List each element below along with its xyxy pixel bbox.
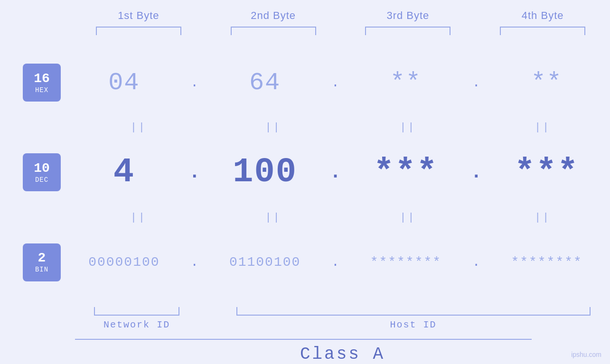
top-bracket-1 bbox=[96, 27, 181, 35]
dec-dot-3: . bbox=[469, 162, 483, 183]
byte4-header: 4th Byte bbox=[475, 9, 610, 22]
class-row: Class A bbox=[0, 339, 610, 364]
bin-row: 2 BIN 00000100 . 01100100 . ******** . *… bbox=[0, 224, 610, 300]
bin-b2-cell: 01100100 bbox=[202, 255, 328, 270]
hex-values-grid: 04 . 64 . ** . ** bbox=[61, 69, 610, 97]
byte2-header: 2nd Byte bbox=[206, 9, 341, 22]
bracket-cell-3 bbox=[341, 27, 476, 35]
dec-dot-1: . bbox=[188, 162, 202, 183]
host-id-area: Host ID bbox=[216, 307, 610, 330]
bin-badge: 2 BIN bbox=[23, 243, 61, 281]
dec-b3-cell: *** bbox=[343, 153, 469, 192]
hex-b2-value: 64 bbox=[249, 69, 281, 97]
dec-b2-value: 100 bbox=[233, 153, 297, 192]
dec-badge-name: DEC bbox=[35, 176, 48, 184]
hex-b1-value: 04 bbox=[108, 69, 140, 97]
bin-dot-2: . bbox=[328, 255, 343, 270]
host-id-label: Host ID bbox=[390, 319, 437, 330]
dec-dot-2: . bbox=[328, 162, 343, 183]
hex-badge: 16 HEX bbox=[23, 64, 61, 102]
bin-badge-num: 2 bbox=[38, 251, 46, 266]
eq2-b4: || bbox=[475, 212, 610, 224]
dec-values-grid: 4 . 100 . *** . *** bbox=[61, 153, 610, 192]
bin-b2-value: 01100100 bbox=[229, 255, 300, 270]
dec-b4-value: *** bbox=[515, 153, 579, 192]
top-bracket-3 bbox=[365, 27, 450, 35]
hex-b3-value: ** bbox=[390, 69, 422, 97]
hex-b4-value: ** bbox=[531, 69, 562, 97]
dec-b2-cell: 100 bbox=[202, 153, 328, 192]
bin-dot-1: . bbox=[188, 255, 202, 270]
bin-dot-3: . bbox=[469, 255, 483, 270]
network-id-area: Network ID bbox=[71, 307, 202, 330]
top-bracket-4 bbox=[500, 27, 585, 35]
byte1-header: 1st Byte bbox=[71, 9, 206, 22]
hex-b2-cell: 64 bbox=[202, 69, 328, 97]
hex-badge-name: HEX bbox=[35, 86, 48, 94]
eq2-b3: || bbox=[341, 212, 476, 224]
top-brackets-row bbox=[0, 27, 610, 35]
bracket-cell-2 bbox=[206, 27, 341, 35]
bin-b3-value: ******** bbox=[370, 255, 441, 270]
top-bracket-2 bbox=[231, 27, 316, 35]
dec-badge-num: 10 bbox=[34, 161, 50, 176]
bin-b3-cell: ******** bbox=[343, 255, 469, 270]
class-label-row: Class A bbox=[75, 345, 610, 364]
hex-dot-2: . bbox=[328, 75, 343, 90]
bin-b4-value: ******** bbox=[511, 255, 582, 270]
class-bracket-line bbox=[75, 339, 532, 340]
hex-row: 16 HEX 04 . 64 . ** . ** bbox=[0, 45, 610, 121]
equals-row-1: || || || || bbox=[0, 121, 610, 133]
bin-b1-cell: 00000100 bbox=[61, 255, 188, 270]
eq1-b1: || bbox=[71, 121, 206, 133]
bin-b4-cell: ******** bbox=[483, 255, 610, 270]
hex-b3-cell: ** bbox=[343, 69, 469, 97]
class-label: Class A bbox=[300, 345, 385, 364]
host-id-bracket bbox=[236, 307, 591, 316]
network-id-label: Network ID bbox=[103, 319, 170, 330]
bracket-cell-4 bbox=[475, 27, 610, 35]
bottom-labels-area: Network ID Host ID bbox=[0, 307, 610, 330]
eq2-b2: || bbox=[206, 212, 341, 224]
hex-b4-cell: ** bbox=[483, 69, 610, 97]
dec-b1-value: 4 bbox=[113, 153, 135, 192]
hex-b1-cell: 04 bbox=[61, 69, 188, 97]
dec-row: 10 DEC 4 . 100 . *** . *** bbox=[0, 134, 610, 210]
byte-headers: 1st Byte 2nd Byte 3rd Byte 4th Byte bbox=[0, 9, 610, 22]
eq1-b3: || bbox=[341, 121, 476, 133]
byte3-header: 3rd Byte bbox=[341, 9, 476, 22]
hex-badge-num: 16 bbox=[34, 72, 50, 86]
hex-dot-3: . bbox=[469, 75, 483, 90]
bin-b1-value: 00000100 bbox=[88, 255, 160, 270]
network-id-bracket bbox=[94, 307, 179, 316]
bracket-cell-1 bbox=[71, 27, 206, 35]
equals-row-2: || || || || bbox=[0, 212, 610, 224]
dec-badge: 10 DEC bbox=[23, 153, 61, 191]
main-container: 1st Byte 2nd Byte 3rd Byte 4th Byte 16 H… bbox=[0, 0, 610, 364]
watermark: ipshu.com bbox=[571, 351, 601, 358]
dec-b3-value: *** bbox=[374, 153, 438, 192]
eq1-b2: || bbox=[206, 121, 341, 133]
dec-b1-cell: 4 bbox=[61, 153, 188, 192]
bin-badge-name: BIN bbox=[35, 266, 48, 273]
dec-b4-cell: *** bbox=[483, 153, 610, 192]
bin-values-grid: 00000100 . 01100100 . ******** . *******… bbox=[61, 255, 610, 270]
hex-dot-1: . bbox=[188, 75, 202, 90]
eq1-b4: || bbox=[475, 121, 610, 133]
eq2-b1: || bbox=[71, 212, 206, 224]
